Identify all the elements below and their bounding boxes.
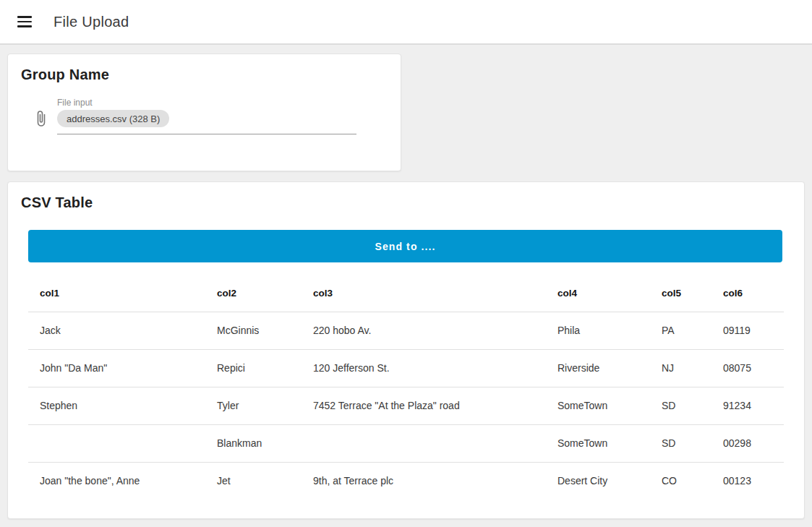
table-cell: Jet [205,462,302,500]
send-to-button[interactable]: Send to .... [28,230,782,262]
table-cell [302,424,546,462]
table-cell: SomeTown [546,387,650,424]
csv-table: col1 col2 col3 col4 col5 col6 Jack McGin… [28,275,784,500]
column-header: col5 [650,275,711,312]
table-cell: 220 hobo Av. [302,312,546,349]
table-cell: 00123 [711,462,784,500]
table-cell: 91234 [711,387,784,424]
table-cell: Desert City [546,462,650,500]
table-cell: 08075 [711,349,784,387]
table-cell: John "Da Man" [28,349,205,387]
csv-table-card: CSV Table Send to .... col1 col2 col3 co… [7,181,805,519]
table-cell: PA [650,312,711,349]
csv-table-body: Jack McGinnis 220 hobo Av. Phila PA 0911… [28,312,784,500]
table-cell: SD [650,424,711,462]
table-cell: SD [650,387,711,424]
group-name-card-title: Group Name [8,54,401,83]
table-row: Stephen Tyler 7452 Terrace "At the Plaza… [28,387,784,424]
table-cell: 09119 [711,312,784,349]
table-row: Jack McGinnis 220 hobo Av. Phila PA 0911… [28,312,784,349]
file-chip[interactable]: addresses.csv (328 B) [57,110,169,127]
table-cell: NJ [650,349,711,387]
table-cell: McGinnis [205,312,302,349]
column-header: col4 [546,275,650,312]
group-name-card: Group Name File input addresses.csv (328… [7,53,401,171]
table-cell [28,424,205,462]
app-bar: File Upload [0,0,812,45]
column-header: col6 [711,275,784,312]
column-header: col2 [205,275,302,312]
table-cell: 9th, at Terrace plc [302,462,546,500]
table-cell: Joan "the bone", Anne [28,462,205,500]
header-row: col1 col2 col3 col4 col5 col6 [28,275,784,312]
table-cell: Blankman [205,424,302,462]
column-header: col1 [28,275,205,312]
hamburger-bar [17,21,32,23]
hamburger-bar [17,16,32,18]
csv-card-body: Send to .... col1 col2 col3 col4 col5 co… [8,230,804,500]
file-input-label: File input [57,98,356,108]
table-cell: Repici [205,349,302,387]
table-cell: Jack [28,312,205,349]
table-cell: 00298 [711,424,784,462]
csv-table-card-title: CSV Table [8,182,804,211]
table-row: Blankman SomeTown SD 00298 [28,424,784,462]
main-content: Group Name File input addresses.csv (328… [0,45,812,527]
file-input-field[interactable]: File input addresses.csv (328 B) [57,98,356,134]
table-row: Joan "the bone", Anne Jet 9th, at Terrac… [28,462,784,500]
table-cell: Stephen [28,387,205,424]
table-cell: 120 Jefferson St. [302,349,546,387]
table-cell: Tyler [205,387,302,424]
file-input-underline [57,134,356,134]
table-cell: 7452 Terrace "At the Plaza" road [302,387,546,424]
hamburger-menu-icon[interactable] [12,9,38,35]
column-header: col3 [302,275,546,312]
table-cell: CO [650,462,711,500]
hamburger-bar [17,25,32,27]
table-cell: Riverside [546,349,650,387]
table-cell: SomeTown [546,424,650,462]
table-cell: Phila [546,312,650,349]
paperclip-icon[interactable] [33,108,50,129]
page-title: File Upload [54,14,129,30]
csv-table-header: col1 col2 col3 col4 col5 col6 [28,275,784,312]
file-input[interactable]: File input addresses.csv (328 B) [33,98,401,134]
table-row: John "Da Man" Repici 120 Jefferson St. R… [28,349,784,387]
